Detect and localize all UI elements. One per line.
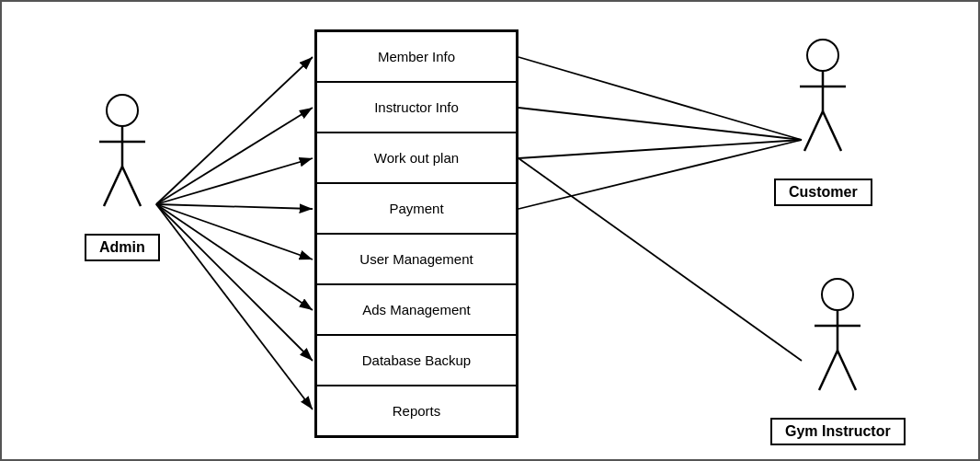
customer-actor: Customer xyxy=(774,39,872,206)
svg-line-22 xyxy=(823,111,841,151)
usecase-user-management: User Management xyxy=(316,234,517,284)
usecase-ads-management: Ads Management xyxy=(316,284,517,335)
usecase-member-info: Member Info xyxy=(316,31,517,82)
admin-actor: Admin xyxy=(85,94,160,261)
usecase-reports: Reports xyxy=(316,386,517,436)
svg-line-5 xyxy=(156,204,313,209)
gym-instructor-actor: Gym Instructor xyxy=(770,278,906,445)
svg-line-3 xyxy=(156,108,313,204)
svg-line-26 xyxy=(838,351,856,390)
svg-line-8 xyxy=(156,204,313,361)
svg-line-9 xyxy=(156,204,313,409)
customer-label: Customer xyxy=(774,179,872,206)
svg-line-13 xyxy=(518,140,802,209)
svg-line-17 xyxy=(104,167,122,206)
gym-instructor-head xyxy=(821,278,854,311)
svg-line-7 xyxy=(156,204,313,310)
admin-label: Admin xyxy=(85,234,160,261)
admin-head xyxy=(106,94,139,127)
svg-line-2 xyxy=(156,57,313,204)
gym-instructor-body-svg xyxy=(810,309,865,410)
usecase-container: Member Info Instructor Info Work out pla… xyxy=(314,29,518,438)
usecase-payment: Payment xyxy=(316,183,517,234)
gym-instructor-label: Gym Instructor xyxy=(770,418,906,445)
svg-line-14 xyxy=(518,158,802,361)
svg-line-12 xyxy=(518,140,802,158)
svg-line-21 xyxy=(804,111,823,151)
svg-line-18 xyxy=(122,167,141,206)
svg-line-10 xyxy=(518,57,802,140)
diagram-container: Admin Member Info Instructor Info Work o… xyxy=(0,0,980,461)
svg-line-25 xyxy=(819,351,838,390)
usecase-database-backup: Database Backup xyxy=(316,335,517,386)
svg-line-4 xyxy=(156,158,313,204)
usecase-instructor-info: Instructor Info xyxy=(316,82,517,133)
customer-head xyxy=(806,39,839,72)
svg-line-11 xyxy=(518,108,802,140)
usecase-workout-plan: Work out plan xyxy=(316,133,517,183)
svg-line-6 xyxy=(156,204,313,259)
customer-body-svg xyxy=(795,70,850,171)
admin-body-svg xyxy=(95,125,150,226)
